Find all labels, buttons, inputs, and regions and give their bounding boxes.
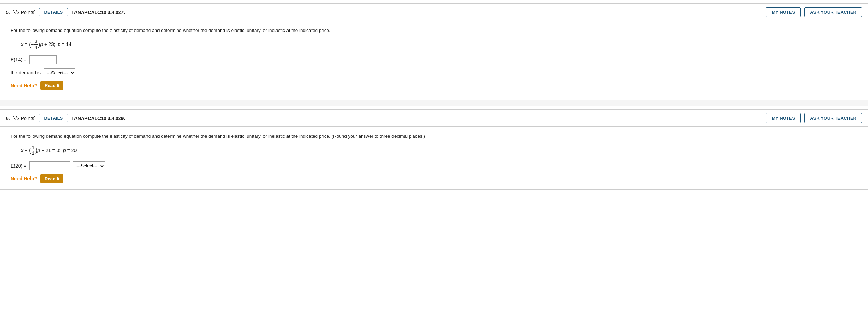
demand-select-6[interactable]: ---Select--- elastic unitary inelastic	[73, 161, 105, 170]
question-5-header: 5. [-/2 Points] DETAILS TANAPCALC10 3.4.…	[0, 4, 868, 21]
need-help-label-5: Need Help?	[11, 83, 37, 88]
demand-label-5: the demand is	[11, 70, 41, 75]
need-help-row-6: Need Help? Read It	[11, 174, 859, 183]
question-id-5: TANAPCALC10 3.4.027.	[71, 10, 762, 15]
eval-label-5: E(14) =	[11, 57, 26, 62]
eval-row-5: E(14) =	[11, 55, 859, 64]
eval-input-5[interactable]	[29, 55, 57, 64]
need-help-row-5: Need Help? Read It	[11, 81, 859, 90]
question-6-number: 6. [-/2 Points]	[6, 115, 36, 121]
eval-row-6: E(20) = ---Select--- elastic unitary ine…	[11, 161, 859, 170]
header-actions-6: MY NOTES ASK YOUR TEACHER	[766, 113, 862, 123]
details-button-6[interactable]: DETAILS	[39, 114, 68, 122]
eval-input-6[interactable]	[29, 161, 70, 170]
question-5-body: For the following demand equation comput…	[0, 21, 868, 96]
question-6-body: For the following demand equation comput…	[0, 127, 868, 189]
question-id-6: TANAPCALC10 3.4.029.	[71, 115, 762, 121]
read-it-button-6[interactable]: Read It	[40, 174, 63, 183]
divider-space	[0, 100, 868, 106]
ask-teacher-button-6[interactable]: ASK YOUR TEACHER	[804, 113, 862, 123]
question-5-block: 5. [-/2 Points] DETAILS TANAPCALC10 3.4.…	[0, 3, 868, 96]
problem-text-6: For the following demand equation comput…	[11, 133, 859, 140]
my-notes-button-5[interactable]: MY NOTES	[766, 7, 801, 17]
eval-label-6: E(20) =	[11, 163, 26, 169]
problem-text-5: For the following demand equation comput…	[11, 27, 859, 34]
demand-row-5: the demand is ---Select--- elastic unita…	[11, 68, 859, 77]
my-notes-button-6[interactable]: MY NOTES	[766, 113, 801, 123]
question-5-number: 5. [-/2 Points]	[6, 10, 36, 15]
header-actions-5: MY NOTES ASK YOUR TEACHER	[766, 7, 862, 17]
read-it-button-5[interactable]: Read It	[40, 81, 63, 90]
details-button-5[interactable]: DETAILS	[39, 8, 68, 16]
question-6-block: 6. [-/2 Points] DETAILS TANAPCALC10 3.4.…	[0, 109, 868, 189]
math-formula-5: x = ( − 3 4 ) p + 23; p = 14	[21, 39, 859, 50]
math-formula-6: x + ( 1 1 ) p − 21 = 0; p = 20	[21, 145, 859, 156]
demand-select-5[interactable]: ---Select--- elastic unitary inelastic	[44, 68, 75, 77]
need-help-label-6: Need Help?	[11, 176, 37, 181]
ask-teacher-button-5[interactable]: ASK YOUR TEACHER	[804, 7, 862, 17]
question-6-header: 6. [-/2 Points] DETAILS TANAPCALC10 3.4.…	[0, 110, 868, 127]
